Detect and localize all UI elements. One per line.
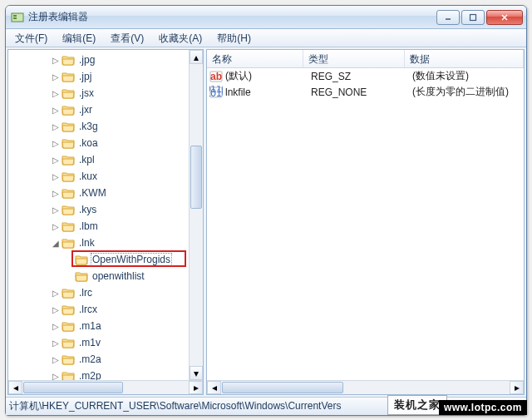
- tree-item[interactable]: ▷.lrcx: [10, 301, 189, 318]
- tree-item[interactable]: ▷.k3g: [10, 118, 189, 135]
- folder-icon: [62, 237, 75, 249]
- expander-icon[interactable]: ◢: [50, 239, 62, 248]
- expander-icon[interactable]: ▷: [50, 72, 62, 82]
- expander-icon[interactable]: ▷: [50, 322, 62, 331]
- values-hscrollbar[interactable]: ◂ ▸: [207, 380, 524, 394]
- tree-item[interactable]: ▷.KWM: [10, 185, 189, 201]
- list-row[interactable]: 01101010lnkfileREG_NONE(长度为零的二进制值): [207, 84, 524, 100]
- tree-item[interactable]: ▷.kys: [10, 201, 189, 218]
- tree-item[interactable]: ▷.jsx: [10, 85, 189, 101]
- folder-icon: [62, 287, 75, 299]
- scroll-up-icon[interactable]: ▴: [190, 50, 203, 64]
- close-button[interactable]: [486, 10, 523, 25]
- tree-item[interactable]: ▷.koa: [10, 135, 189, 151]
- scroll-thumb-h[interactable]: [23, 382, 123, 393]
- scroll-left-icon[interactable]: ◂: [8, 381, 22, 394]
- tree-item[interactable]: ◢.lnk: [10, 235, 189, 251]
- tree-item[interactable]: ▷.m1v: [10, 334, 189, 351]
- tree-item[interactable]: ▷.m2a: [10, 351, 189, 368]
- column-data[interactable]: 数据: [405, 50, 524, 67]
- values-pane: 名称 类型 数据 ab(默认)REG_SZ(数值未设置)01101010lnkf…: [206, 49, 525, 395]
- expander-icon[interactable]: ▷: [50, 122, 62, 131]
- tree-item[interactable]: ▷.m2p: [10, 368, 189, 380]
- titlebar[interactable]: 注册表编辑器: [6, 6, 526, 29]
- list-row[interactable]: ab(默认)REG_SZ(数值未设置): [207, 68, 524, 84]
- expander-icon[interactable]: ▷: [50, 189, 62, 198]
- expander-icon[interactable]: ▷: [50, 172, 62, 181]
- expander-icon[interactable]: ▷: [50, 372, 62, 381]
- tree-item[interactable]: ▷.jpg: [10, 52, 189, 68]
- tree-item-label: .m1a: [77, 319, 103, 333]
- expander-icon[interactable]: ▷: [50, 156, 62, 165]
- menu-file[interactable]: 文件(F): [7, 29, 55, 47]
- scroll-thumb[interactable]: [190, 146, 202, 209]
- value-type: REG_NONE: [306, 86, 407, 98]
- tree-item[interactable]: ▷.m1a: [10, 318, 189, 334]
- expander-icon[interactable]: ▷: [50, 222, 62, 231]
- tree-item[interactable]: ▷.kux: [10, 168, 189, 185]
- values-list[interactable]: ab(默认)REG_SZ(数值未设置)01101010lnkfileREG_NO…: [207, 68, 524, 380]
- app-icon: [11, 11, 24, 24]
- tree-item[interactable]: ▷.kpl: [10, 151, 189, 168]
- tree-item[interactable]: ▷.lrc: [10, 284, 189, 301]
- column-name[interactable]: 名称: [207, 50, 303, 67]
- svg-text:ab: ab: [210, 71, 222, 82]
- scroll-right-icon[interactable]: ▸: [510, 381, 524, 394]
- expander-icon[interactable]: ▷: [50, 89, 62, 98]
- expander-icon[interactable]: ▷: [50, 139, 62, 148]
- tree-scroll[interactable]: ▷.jpg▷.jpj▷.jsx▷.jxr▷.k3g▷.koa▷.kpl▷.kux…: [8, 50, 189, 380]
- tree-item[interactable]: ▷OpenWithProgids: [10, 251, 189, 268]
- folder-icon: [62, 87, 75, 99]
- svg-text:1010: 1010: [209, 87, 223, 99]
- tree-vscrollbar[interactable]: ▴ ▾: [189, 50, 203, 380]
- window-controls: [436, 10, 523, 25]
- tree-item-label: .lrc: [77, 286, 94, 299]
- menu-view[interactable]: 查看(V): [103, 29, 151, 47]
- svg-rect-2: [13, 17, 17, 19]
- value-name: lnkfile: [225, 86, 306, 98]
- folder-icon: [62, 137, 75, 149]
- folder-icon: [62, 121, 75, 132]
- maximize-button[interactable]: [461, 10, 485, 25]
- tree-item-label: openwithlist: [91, 269, 146, 283]
- minimize-button[interactable]: [436, 10, 460, 25]
- folder-icon: [75, 270, 88, 282]
- binary-value-icon: 01101010: [209, 86, 223, 99]
- expander-icon[interactable]: ▷: [50, 289, 62, 298]
- tree-item-label: .jxr: [77, 103, 94, 116]
- scroll-left-icon[interactable]: ◂: [207, 381, 221, 394]
- expander-icon[interactable]: ▷: [50, 205, 62, 215]
- folder-icon: [62, 204, 75, 215]
- list-header: 名称 类型 数据: [207, 50, 524, 68]
- tree-item[interactable]: ▷openwithlist: [10, 268, 189, 284]
- expander-icon[interactable]: ▷: [50, 56, 62, 65]
- expander-icon[interactable]: ▷: [50, 338, 62, 348]
- tree-item[interactable]: ▷.lbm: [10, 218, 189, 235]
- tree-item-label: .KWM: [77, 186, 108, 200]
- tree-item-label: .jpj: [77, 70, 93, 83]
- column-type[interactable]: 类型: [303, 50, 405, 67]
- scroll-thumb-h[interactable]: [222, 382, 343, 393]
- menubar: 文件(F) 编辑(E) 查看(V) 收藏夹(A) 帮助(H): [6, 29, 526, 47]
- tree-item-label: .lnk: [77, 236, 96, 250]
- status-path: 计算机\HKEY_CURRENT_USER\Software\Microsoft…: [9, 399, 341, 413]
- scroll-right-icon[interactable]: ▸: [189, 381, 203, 394]
- regedit-window: 注册表编辑器 文件(F) 编辑(E) 查看(V) 收藏夹(A) 帮助(H) ▷.…: [5, 5, 527, 416]
- folder-icon: [75, 254, 88, 265]
- tree-item[interactable]: ▷.jxr: [10, 101, 189, 118]
- menu-help[interactable]: 帮助(H): [209, 29, 259, 47]
- expander-icon[interactable]: ▷: [50, 355, 62, 364]
- folder-icon: [62, 220, 75, 232]
- folder-icon: [62, 104, 75, 116]
- expander-icon[interactable]: ▷: [50, 106, 62, 115]
- menu-favorites[interactable]: 收藏夹(A): [151, 29, 209, 47]
- tree-item-label: .k3g: [77, 120, 100, 133]
- menu-edit[interactable]: 编辑(E): [55, 29, 103, 47]
- scroll-down-icon[interactable]: ▾: [190, 366, 203, 380]
- svg-rect-4: [470, 14, 476, 20]
- tree-hscrollbar[interactable]: ◂ ▸: [8, 380, 203, 394]
- expander-icon[interactable]: ▷: [50, 305, 62, 314]
- tree-item[interactable]: ▷.jpj: [10, 68, 189, 85]
- folder-icon: [62, 320, 75, 332]
- value-data: (长度为零的二进制值): [407, 85, 524, 99]
